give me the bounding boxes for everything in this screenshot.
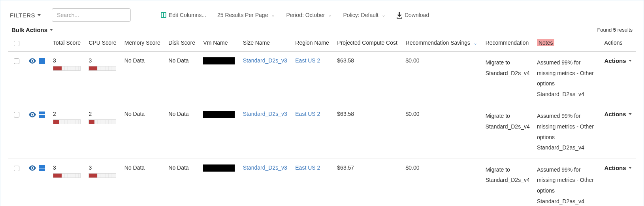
col-vm-name[interactable]: Vm Name: [199, 36, 239, 52]
results-per-page-dropdown[interactable]: 25 Results Per Page ⌄: [217, 12, 275, 18]
policy-dropdown[interactable]: Policy: Default ⌄: [343, 12, 385, 18]
bulk-actions-dropdown[interactable]: Bulk Actions: [11, 26, 53, 33]
vm-name-cell: [199, 159, 239, 206]
results-per-page-label: 25 Results Per Page: [217, 12, 268, 18]
col-recommendation[interactable]: Recommendation: [482, 36, 533, 52]
region-name-link[interactable]: East US 2: [295, 164, 320, 171]
col-region-name[interactable]: Region Name: [291, 36, 333, 52]
svg-point-2: [32, 167, 33, 169]
chevron-down-icon: [629, 60, 632, 62]
period-label: Period: October: [286, 12, 325, 18]
table-row: 22No DataNo DataStandard_D2s_v3East US 2…: [8, 105, 636, 159]
chevron-down-icon: [629, 167, 632, 169]
eye-icon[interactable]: [28, 165, 36, 171]
chevron-down-icon: [629, 113, 632, 115]
size-name-link[interactable]: Standard_D2s_v3: [243, 57, 287, 64]
savings-cell: $0.00: [402, 159, 482, 206]
score-bar: [53, 119, 81, 124]
savings-cell: $0.00: [402, 105, 482, 159]
col-total-score[interactable]: Total Score: [49, 36, 85, 52]
size-name-link[interactable]: Standard_D2s_v3: [243, 111, 287, 117]
notes-cell: Assumed 99% for missing metrics - Other …: [533, 159, 601, 206]
chevron-down-icon: ⌄: [271, 12, 275, 18]
chevron-down-icon: [50, 29, 53, 31]
score-bar: [89, 66, 116, 71]
windows-icon: [39, 112, 45, 118]
download-label: Download: [405, 12, 429, 18]
recommendation-cell: Migrate to Standard_D2s_v4: [482, 105, 533, 159]
col-recommendation-savings[interactable]: Recommendation Savings ⌄: [402, 36, 482, 52]
projected-cost-cell: $63.58: [333, 105, 401, 159]
region-name-cell: East US 2: [291, 159, 333, 206]
table-row: 33No DataNo DataStandard_D2s_v3East US 2…: [8, 159, 636, 206]
row-checkbox[interactable]: [14, 166, 19, 171]
results-table: Total Score CPU Score Memory Score Disk …: [8, 36, 636, 206]
chevron-down-icon: ⌄: [382, 12, 386, 18]
results-count: Found 5 results: [597, 27, 633, 33]
score-bar: [53, 173, 81, 178]
redacted-vm-name: [203, 111, 235, 118]
col-projected-cost[interactable]: Projected Compute Cost: [333, 36, 401, 52]
col-memory-score[interactable]: Memory Score: [121, 36, 164, 52]
total-score-cell: 2: [49, 105, 85, 159]
windows-icon: [39, 165, 45, 171]
filters-dropdown[interactable]: FILTERS: [10, 12, 41, 19]
select-all-checkbox[interactable]: [14, 41, 19, 46]
period-dropdown[interactable]: Period: October ⌄: [286, 12, 332, 18]
col-actions: Actions: [601, 36, 636, 52]
edit-columns-button[interactable]: Edit Columns...: [161, 12, 206, 18]
redacted-vm-name: [203, 164, 235, 172]
col-disk-score[interactable]: Disk Score: [164, 36, 199, 52]
row-actions-dropdown[interactable]: Actions: [604, 164, 632, 171]
size-name-cell: Standard_D2s_v3: [239, 105, 292, 159]
search-input[interactable]: [52, 8, 131, 22]
recommendation-cell: Migrate to Standard_D2s_v4: [482, 52, 533, 105]
table-row: 33No DataNo DataStandard_D2s_v3East US 2…: [8, 52, 636, 105]
region-name-cell: East US 2: [291, 52, 333, 105]
download-icon: [397, 12, 402, 18]
recommendation-cell: Migrate to Standard_D2s_v4: [482, 159, 533, 206]
cpu-score-cell: 2: [85, 105, 120, 159]
eye-icon[interactable]: [28, 112, 36, 117]
memory-score-cell: No Data: [121, 105, 164, 159]
row-actions-dropdown[interactable]: Actions: [604, 111, 632, 117]
svg-point-1: [32, 114, 33, 115]
col-notes[interactable]: Notes: [533, 36, 601, 52]
score-bar: [89, 119, 116, 124]
disk-score-cell: No Data: [164, 52, 199, 105]
chevron-down-icon: ⌄: [328, 12, 332, 18]
row-checkbox[interactable]: [14, 112, 19, 117]
policy-label: Policy: Default: [343, 12, 378, 18]
windows-icon: [39, 58, 45, 64]
disk-score-cell: No Data: [164, 105, 199, 159]
filters-label: FILTERS: [10, 12, 35, 19]
columns-icon: [161, 12, 166, 18]
projected-cost-cell: $63.57: [333, 159, 401, 206]
eye-icon[interactable]: [28, 58, 36, 64]
region-name-link[interactable]: East US 2: [295, 57, 320, 64]
score-bar: [53, 66, 81, 71]
sort-chevron-icon: ⌄: [473, 40, 477, 46]
svg-point-0: [32, 60, 33, 62]
region-name-link[interactable]: East US 2: [295, 111, 320, 117]
cpu-score-cell: 3: [85, 52, 120, 105]
disk-score-cell: No Data: [164, 159, 199, 206]
notes-cell: Assumed 99% for missing metrics - Other …: [533, 52, 601, 105]
vm-name-cell: [199, 52, 239, 105]
download-button[interactable]: Download: [397, 12, 429, 18]
savings-cell: $0.00: [402, 52, 482, 105]
edit-columns-label: Edit Columns...: [169, 12, 206, 18]
total-score-cell: 3: [49, 159, 85, 206]
row-checkbox[interactable]: [14, 59, 19, 64]
size-name-link[interactable]: Standard_D2s_v3: [243, 164, 287, 171]
col-size-name[interactable]: Size Name: [239, 36, 292, 52]
chevron-down-icon: [38, 14, 41, 16]
col-cpu-score[interactable]: CPU Score: [85, 36, 120, 52]
redacted-vm-name: [203, 57, 235, 64]
notes-cell: Assumed 99% for missing metrics - Other …: [533, 105, 601, 159]
size-name-cell: Standard_D2s_v3: [239, 52, 292, 105]
bulk-actions-label: Bulk Actions: [11, 26, 47, 33]
score-bar: [89, 173, 116, 178]
row-actions-dropdown[interactable]: Actions: [604, 57, 632, 64]
vm-name-cell: [199, 105, 239, 159]
